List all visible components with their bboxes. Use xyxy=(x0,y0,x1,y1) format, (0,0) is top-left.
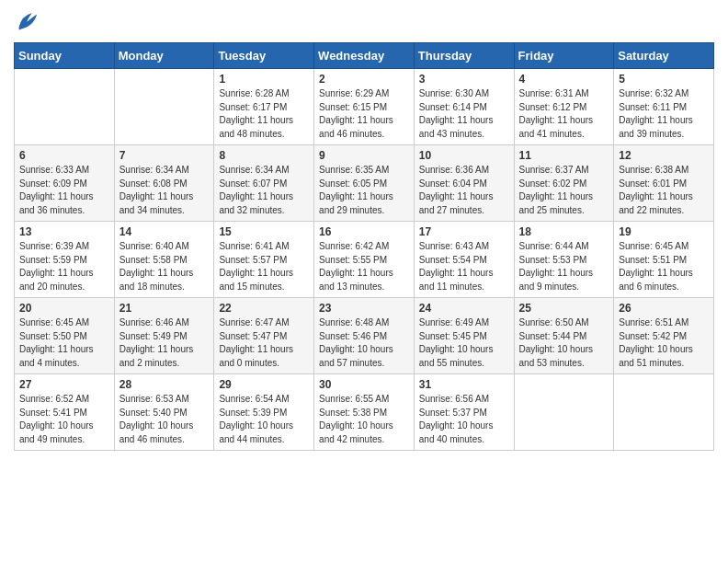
calendar-cell: 12Sunrise: 6:38 AMSunset: 6:01 PMDayligh… xyxy=(614,145,714,222)
calendar-cell: 22Sunrise: 6:47 AMSunset: 5:47 PMDayligh… xyxy=(214,298,314,374)
weekday-header: Saturday xyxy=(614,43,714,69)
day-info: Sunrise: 6:45 AMSunset: 5:51 PMDaylight:… xyxy=(619,240,709,293)
calendar-cell xyxy=(15,69,115,145)
day-info: Sunrise: 6:40 AMSunset: 5:58 PMDaylight:… xyxy=(119,240,210,293)
calendar-week-row: 13Sunrise: 6:39 AMSunset: 5:59 PMDayligh… xyxy=(15,222,714,298)
calendar-cell: 30Sunrise: 6:55 AMSunset: 5:38 PMDayligh… xyxy=(314,374,415,451)
page-header xyxy=(14,9,714,35)
weekday-header: Wednesday xyxy=(314,43,415,69)
day-number: 15 xyxy=(219,225,309,238)
calendar-cell: 6Sunrise: 6:33 AMSunset: 6:09 PMDaylight… xyxy=(15,145,115,222)
logo xyxy=(14,9,43,35)
day-number: 7 xyxy=(119,149,210,162)
calendar-cell: 18Sunrise: 6:44 AMSunset: 5:53 PMDayligh… xyxy=(514,222,614,298)
weekday-header: Thursday xyxy=(414,43,514,69)
day-number: 20 xyxy=(19,302,109,315)
day-number: 2 xyxy=(319,73,409,86)
day-number: 22 xyxy=(219,302,309,315)
day-number: 8 xyxy=(219,149,309,162)
day-info: Sunrise: 6:34 AMSunset: 6:08 PMDaylight:… xyxy=(119,164,210,217)
day-info: Sunrise: 6:47 AMSunset: 5:47 PMDaylight:… xyxy=(219,316,309,370)
day-info: Sunrise: 6:49 AMSunset: 5:45 PMDaylight:… xyxy=(419,316,509,370)
day-number: 29 xyxy=(219,378,309,391)
day-number: 18 xyxy=(519,225,609,238)
calendar-cell: 4Sunrise: 6:31 AMSunset: 6:12 PMDaylight… xyxy=(514,69,614,145)
day-info: Sunrise: 6:56 AMSunset: 5:37 PMDaylight:… xyxy=(419,393,509,446)
day-info: Sunrise: 6:52 AMSunset: 5:41 PMDaylight:… xyxy=(19,393,109,446)
calendar-cell: 28Sunrise: 6:53 AMSunset: 5:40 PMDayligh… xyxy=(114,374,214,451)
calendar-cell: 27Sunrise: 6:52 AMSunset: 5:41 PMDayligh… xyxy=(15,374,115,451)
day-info: Sunrise: 6:53 AMSunset: 5:40 PMDaylight:… xyxy=(119,393,210,446)
day-number: 24 xyxy=(419,302,509,315)
day-info: Sunrise: 6:38 AMSunset: 6:01 PMDaylight:… xyxy=(619,164,709,217)
weekday-header: Friday xyxy=(514,43,614,69)
day-number: 11 xyxy=(519,149,609,162)
calendar-cell xyxy=(114,69,214,145)
calendar-week-row: 20Sunrise: 6:45 AMSunset: 5:50 PMDayligh… xyxy=(15,298,714,374)
day-number: 14 xyxy=(119,225,210,238)
calendar-cell: 21Sunrise: 6:46 AMSunset: 5:49 PMDayligh… xyxy=(114,298,214,374)
day-number: 27 xyxy=(19,378,109,391)
calendar-week-row: 6Sunrise: 6:33 AMSunset: 6:09 PMDaylight… xyxy=(15,145,714,222)
calendar-cell: 20Sunrise: 6:45 AMSunset: 5:50 PMDayligh… xyxy=(15,298,115,374)
day-number: 12 xyxy=(619,149,709,162)
day-info: Sunrise: 6:41 AMSunset: 5:57 PMDaylight:… xyxy=(219,240,309,293)
day-info: Sunrise: 6:36 AMSunset: 6:04 PMDaylight:… xyxy=(419,164,509,217)
calendar-cell: 15Sunrise: 6:41 AMSunset: 5:57 PMDayligh… xyxy=(214,222,314,298)
calendar-cell: 26Sunrise: 6:51 AMSunset: 5:42 PMDayligh… xyxy=(614,298,714,374)
day-info: Sunrise: 6:33 AMSunset: 6:09 PMDaylight:… xyxy=(19,164,109,217)
day-info: Sunrise: 6:39 AMSunset: 5:59 PMDaylight:… xyxy=(19,240,109,293)
day-info: Sunrise: 6:30 AMSunset: 6:14 PMDaylight:… xyxy=(419,87,509,141)
day-number: 28 xyxy=(119,378,210,391)
calendar-cell: 24Sunrise: 6:49 AMSunset: 5:45 PMDayligh… xyxy=(414,298,514,374)
day-number: 26 xyxy=(619,302,709,315)
weekday-header: Sunday xyxy=(15,43,115,69)
day-info: Sunrise: 6:46 AMSunset: 5:49 PMDaylight:… xyxy=(119,316,210,370)
calendar-cell: 11Sunrise: 6:37 AMSunset: 6:02 PMDayligh… xyxy=(514,145,614,222)
day-number: 5 xyxy=(619,73,709,86)
day-number: 19 xyxy=(619,225,709,238)
day-number: 16 xyxy=(319,225,409,238)
day-number: 1 xyxy=(219,73,309,86)
calendar-table: SundayMondayTuesdayWednesdayThursdayFrid… xyxy=(14,42,714,451)
day-number: 17 xyxy=(419,225,509,238)
calendar-cell: 19Sunrise: 6:45 AMSunset: 5:51 PMDayligh… xyxy=(614,222,714,298)
day-number: 6 xyxy=(19,149,109,162)
weekday-header: Monday xyxy=(114,43,214,69)
day-number: 4 xyxy=(519,73,609,86)
day-info: Sunrise: 6:51 AMSunset: 5:42 PMDaylight:… xyxy=(619,316,709,370)
calendar-cell: 23Sunrise: 6:48 AMSunset: 5:46 PMDayligh… xyxy=(314,298,415,374)
day-info: Sunrise: 6:55 AMSunset: 5:38 PMDaylight:… xyxy=(319,393,409,446)
weekday-header: Tuesday xyxy=(214,43,314,69)
day-number: 21 xyxy=(119,302,210,315)
day-number: 9 xyxy=(319,149,409,162)
day-number: 30 xyxy=(319,378,409,391)
calendar-cell: 3Sunrise: 6:30 AMSunset: 6:14 PMDaylight… xyxy=(414,69,514,145)
calendar-cell: 14Sunrise: 6:40 AMSunset: 5:58 PMDayligh… xyxy=(114,222,214,298)
calendar-cell: 1Sunrise: 6:28 AMSunset: 6:17 PMDaylight… xyxy=(214,69,314,145)
logo-bird-icon xyxy=(14,9,40,35)
day-info: Sunrise: 6:32 AMSunset: 6:11 PMDaylight:… xyxy=(619,87,709,141)
day-number: 25 xyxy=(519,302,609,315)
day-info: Sunrise: 6:29 AMSunset: 6:15 PMDaylight:… xyxy=(319,87,409,141)
day-info: Sunrise: 6:42 AMSunset: 5:55 PMDaylight:… xyxy=(319,240,409,293)
day-info: Sunrise: 6:31 AMSunset: 6:12 PMDaylight:… xyxy=(519,87,609,141)
calendar-page: SundayMondayTuesdayWednesdayThursdayFrid… xyxy=(0,0,728,563)
calendar-cell: 13Sunrise: 6:39 AMSunset: 5:59 PMDayligh… xyxy=(15,222,115,298)
calendar-cell: 9Sunrise: 6:35 AMSunset: 6:05 PMDaylight… xyxy=(314,145,415,222)
day-number: 13 xyxy=(19,225,109,238)
day-number: 31 xyxy=(419,378,509,391)
day-info: Sunrise: 6:48 AMSunset: 5:46 PMDaylight:… xyxy=(319,316,409,370)
calendar-cell: 17Sunrise: 6:43 AMSunset: 5:54 PMDayligh… xyxy=(414,222,514,298)
calendar-cell: 16Sunrise: 6:42 AMSunset: 5:55 PMDayligh… xyxy=(314,222,415,298)
calendar-cell: 2Sunrise: 6:29 AMSunset: 6:15 PMDaylight… xyxy=(314,69,415,145)
calendar-cell: 5Sunrise: 6:32 AMSunset: 6:11 PMDaylight… xyxy=(614,69,714,145)
calendar-header-row: SundayMondayTuesdayWednesdayThursdayFrid… xyxy=(15,43,714,69)
day-info: Sunrise: 6:45 AMSunset: 5:50 PMDaylight:… xyxy=(19,316,109,370)
calendar-cell: 8Sunrise: 6:34 AMSunset: 6:07 PMDaylight… xyxy=(214,145,314,222)
day-info: Sunrise: 6:50 AMSunset: 5:44 PMDaylight:… xyxy=(519,316,609,370)
day-number: 10 xyxy=(419,149,509,162)
calendar-cell xyxy=(614,374,714,451)
calendar-cell: 29Sunrise: 6:54 AMSunset: 5:39 PMDayligh… xyxy=(214,374,314,451)
calendar-week-row: 1Sunrise: 6:28 AMSunset: 6:17 PMDaylight… xyxy=(15,69,714,145)
